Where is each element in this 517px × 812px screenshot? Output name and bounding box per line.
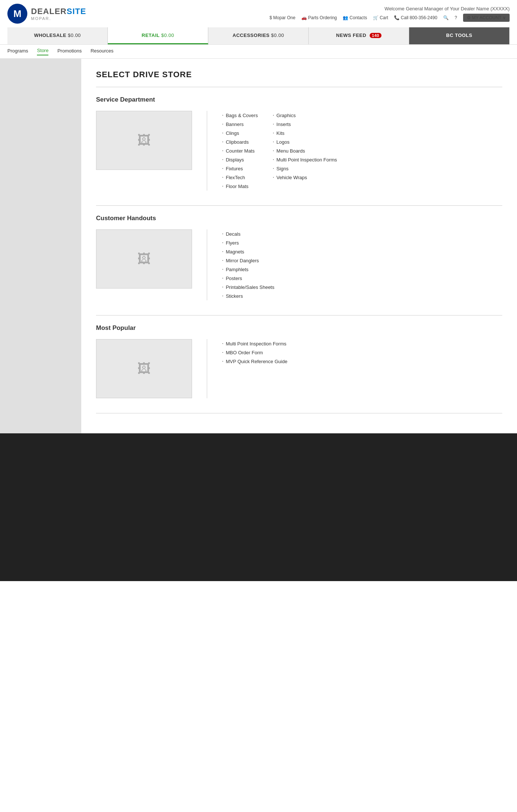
contacts-link[interactable]: 👥 Contacts [343, 15, 367, 20]
search-icon[interactable]: 🔍 [443, 15, 449, 20]
list-item[interactable]: Clings [222, 129, 258, 137]
title-divider [96, 87, 502, 87]
list-item[interactable]: Stickers [222, 291, 274, 300]
tab-bctools[interactable]: BC TOOLS [409, 27, 510, 44]
list-item[interactable]: Floor Mats [222, 182, 258, 191]
section-customer-handouts: Customer Handouts 🖼 Decals Flyers Magnet… [96, 215, 502, 300]
tab-accessories[interactable]: ACCESSORIES $0.00 [208, 27, 309, 44]
list-item[interactable]: Bags & Covers [222, 111, 258, 120]
vertical-divider-3 [207, 339, 207, 398]
section-divider-2 [96, 315, 502, 315]
list-item[interactable]: FlexTech [222, 173, 258, 182]
sidebar [0, 59, 81, 433]
vertical-divider-2 [207, 229, 207, 300]
subnav-programs[interactable]: Programs [7, 48, 28, 55]
list-item[interactable]: Kits [273, 129, 337, 137]
logo-area: M DEALERSITE MOPAR. [7, 4, 86, 24]
top-right-area: Welcome General Manager of Your Dealer N… [270, 6, 510, 22]
section-service-department: Service Department 🖼 Bags & Covers Banne… [96, 96, 502, 191]
logo-m-letter: M [13, 8, 21, 20]
list-item[interactable]: Flyers [222, 238, 274, 247]
tab-retail[interactable]: RETAIL $0.00 [108, 27, 208, 44]
service-department-items: Bags & Covers Banners Clings Clipboards … [222, 111, 502, 191]
tab-bctools-label: BC TOOLS [446, 33, 472, 38]
list-item[interactable]: Graphics [273, 111, 337, 120]
list-item[interactable]: Inserts [273, 120, 337, 129]
section-customer-handouts-body: 🖼 Decals Flyers Magnets Mirror Danglers … [96, 229, 502, 300]
list-item[interactable]: Pamphlets [222, 265, 274, 274]
customer-handouts-col1: Decals Flyers Magnets Mirror Danglers Pa… [222, 229, 274, 300]
welcome-text: Welcome General Manager of Your Dealer N… [384, 6, 510, 11]
list-item[interactable]: Clipboards [222, 137, 258, 146]
nav-tabs: WHOLESALE $0.00 RETAIL $0.00 ACCESSORIES… [7, 27, 510, 44]
footer [0, 433, 517, 581]
mopar-logo: M [7, 4, 27, 24]
call-link[interactable]: 📞 Call 800-356-2490 [394, 15, 437, 20]
my-account-button[interactable]: ⚙ MY ACCOUNT ∨ [463, 14, 510, 22]
cart-link[interactable]: 🛒 Cart [373, 15, 388, 20]
section-service-department-title: Service Department [96, 96, 502, 103]
sub-nav: Programs Store Promotions Resources [0, 45, 517, 59]
subnav-resources[interactable]: Resources [90, 48, 113, 55]
list-item[interactable]: Counter Mats [222, 146, 258, 155]
most-popular-col1: Multi Point Inspection Forms MBO Order F… [222, 339, 287, 398]
brand-text: DEALERSITE MOPAR. [31, 7, 86, 21]
section-most-popular-body: 🖼 Multi Point Inspection Forms MBO Order… [96, 339, 502, 398]
list-item[interactable]: Vehicle Wraps [273, 173, 337, 182]
image-placeholder-icon: 🖼 [137, 133, 151, 148]
content-area: SELECT DRIVE STORE Service Department 🖼 … [81, 59, 517, 433]
list-item[interactable]: Magnets [222, 247, 274, 256]
section-divider-3 [96, 413, 502, 413]
list-item[interactable]: Printable/Sales Sheets [222, 283, 274, 291]
service-dept-col1: Bags & Covers Banners Clings Clipboards … [222, 111, 258, 191]
list-item[interactable]: MVP Quick Reference Guide [222, 357, 287, 366]
mopar-one-link[interactable]: $ Mopar One [270, 15, 295, 20]
tab-retail-label: RETAIL [142, 33, 160, 38]
list-item[interactable]: Mirror Danglers [222, 256, 274, 265]
subnav-store[interactable]: Store [37, 48, 48, 55]
list-item[interactable]: Posters [222, 274, 274, 283]
most-popular-image: 🖼 [96, 339, 192, 398]
service-department-image: 🖼 [96, 111, 192, 170]
main-layout: SELECT DRIVE STORE Service Department 🖼 … [0, 59, 517, 433]
list-item[interactable]: Menu Boards [273, 146, 337, 155]
top-links: $ Mopar One 🚗 Parts Ordering 👥 Contacts … [270, 14, 510, 22]
list-item[interactable]: Multi Point Inspection Forms [222, 339, 287, 348]
parts-ordering-link[interactable]: 🚗 Parts Ordering [301, 15, 337, 20]
tab-accessories-amount: $0.00 [271, 33, 284, 38]
section-service-department-body: 🖼 Bags & Covers Banners Clings Clipboard… [96, 111, 502, 191]
image-placeholder-icon: 🖼 [137, 251, 151, 267]
customer-handouts-image: 🖼 [96, 229, 192, 289]
tab-retail-amount: $0.00 [161, 33, 174, 38]
list-item[interactable]: Banners [222, 120, 258, 129]
tab-accessories-label: ACCESSORIES [233, 33, 270, 38]
list-item[interactable]: Signs [273, 164, 337, 173]
mopar-subtitle: MOPAR. [31, 16, 86, 21]
tab-newsfeed[interactable]: NEWS FEED 140 [309, 27, 409, 44]
list-item[interactable]: Decals [222, 229, 274, 238]
section-divider-1 [96, 205, 502, 206]
section-most-popular-title: Most Popular [96, 324, 502, 332]
subnav-promotions[interactable]: Promotions [57, 48, 82, 55]
list-item[interactable]: Logos [273, 137, 337, 146]
list-item[interactable]: MBO Order Form [222, 348, 287, 357]
tab-wholesale[interactable]: WHOLESALE $0.00 [7, 27, 108, 44]
customer-handouts-items: Decals Flyers Magnets Mirror Danglers Pa… [222, 229, 502, 300]
newsfeed-badge: 140 [370, 33, 381, 38]
service-dept-col2: Graphics Inserts Kits Logos Menu Boards … [273, 111, 337, 191]
top-bar: M DEALERSITE MOPAR. Welcome General Mana… [0, 0, 517, 45]
page-title: SELECT DRIVE STORE [96, 70, 502, 79]
list-item[interactable]: Displays [222, 155, 258, 164]
tab-newsfeed-label: NEWS FEED [336, 33, 366, 38]
list-item[interactable]: Multi Point Inspection Forms [273, 155, 337, 164]
section-most-popular: Most Popular 🖼 Multi Point Inspection Fo… [96, 324, 502, 398]
dealer-site-name: DEALERSITE [31, 7, 86, 16]
list-item[interactable]: Fixtures [222, 164, 258, 173]
tab-wholesale-amount: $0.00 [68, 33, 81, 38]
tab-wholesale-label: WHOLESALE [34, 33, 66, 38]
vertical-divider-1 [207, 111, 207, 191]
help-icon[interactable]: ? [455, 15, 457, 20]
most-popular-items: Multi Point Inspection Forms MBO Order F… [222, 339, 502, 398]
image-placeholder-icon: 🖼 [137, 361, 151, 376]
section-customer-handouts-title: Customer Handouts [96, 215, 502, 222]
